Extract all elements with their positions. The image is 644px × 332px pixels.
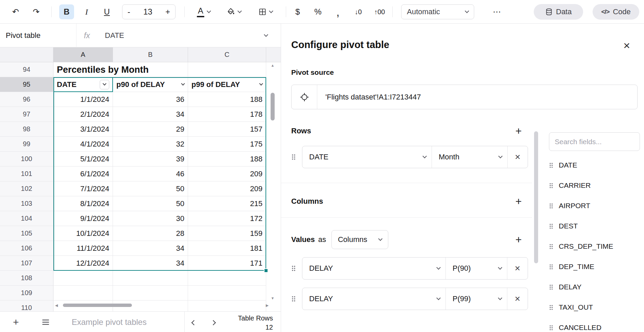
table-rows-indicator[interactable]: Table Rows 12	[238, 314, 273, 332]
scroll-down-arrow[interactable]: ▼	[270, 295, 276, 301]
cell-c94[interactable]	[188, 62, 266, 77]
drag-handle-icon[interactable]	[549, 162, 553, 169]
column-header-b[interactable]: B	[113, 47, 188, 62]
cell[interactable]: 1/1/2024	[53, 92, 113, 107]
drag-handle-icon[interactable]	[549, 223, 553, 229]
cell[interactable]	[53, 271, 113, 286]
chevron-down-icon[interactable]	[259, 82, 263, 85]
field-list-item[interactable]: DEP_TIME	[549, 260, 644, 273]
cell[interactable]: 178	[188, 107, 266, 122]
fill-color-button[interactable]	[222, 4, 247, 19]
drag-handle-icon[interactable]	[549, 304, 553, 311]
select-range-button[interactable]	[292, 85, 317, 109]
cell[interactable]: 188	[188, 92, 266, 107]
italic-button[interactable]: I	[79, 4, 94, 19]
sheet-menu-button[interactable]	[39, 316, 52, 329]
cell-b95[interactable]: p90 of DELAY	[113, 77, 188, 92]
cell[interactable]: 188	[188, 152, 266, 167]
row-header[interactable]: 94	[0, 62, 53, 77]
cell[interactable]: 29	[113, 122, 188, 137]
expand-formula-chevron[interactable]	[264, 32, 268, 37]
drag-handle-icon[interactable]	[549, 243, 553, 250]
add-value-field-button[interactable]: +	[512, 234, 525, 246]
field-list-item[interactable]: DELAY	[549, 280, 644, 294]
more-formats-button[interactable]: ⋯	[489, 4, 504, 19]
column-header-a[interactable]: A	[53, 47, 113, 62]
remove-value-field-button[interactable]: ×	[507, 258, 528, 279]
remove-value-field-button[interactable]: ×	[507, 288, 528, 310]
prev-button[interactable]	[189, 318, 199, 327]
row-header[interactable]: 110	[0, 301, 53, 311]
cell[interactable]: 28	[113, 226, 188, 241]
scroll-right-arrow[interactable]: ▶	[264, 302, 270, 309]
row-header[interactable]: 101	[0, 167, 53, 181]
cell[interactable]	[188, 271, 266, 286]
row-header[interactable]: 106	[0, 241, 53, 256]
row-header[interactable]: 105	[0, 226, 53, 241]
cell-a95[interactable]: DATE	[53, 77, 113, 92]
drag-handle-icon[interactable]	[549, 284, 553, 290]
values-mode-dropdown[interactable]: Columns	[331, 230, 388, 249]
row-header[interactable]: 95	[0, 77, 53, 92]
row-header[interactable]: 104	[0, 211, 53, 226]
value-field-dropdown[interactable]: DELAY	[302, 288, 445, 310]
cell[interactable]: 30	[113, 211, 188, 226]
cell[interactable]: 50	[113, 181, 188, 196]
panel-scrollbar-thumb[interactable]	[534, 131, 538, 263]
row-header[interactable]: 96	[0, 92, 53, 107]
cell[interactable]: 157	[188, 122, 266, 137]
cell[interactable]: 34	[113, 256, 188, 271]
row-header[interactable]: 109	[0, 286, 53, 301]
value-agg-dropdown[interactable]: P(99)	[445, 288, 507, 310]
remove-row-field-button[interactable]: ×	[507, 146, 528, 168]
column-header-c[interactable]: C	[188, 47, 266, 62]
cell[interactable]: 209	[188, 181, 266, 196]
field-list-item[interactable]: CRS_DEP_TIME	[549, 240, 644, 253]
row-group-dropdown[interactable]: Month	[432, 146, 507, 168]
data-button[interactable]: Data	[534, 4, 583, 20]
row-header[interactable]: 103	[0, 196, 53, 211]
drag-handle-icon[interactable]	[549, 325, 553, 331]
code-button[interactable]: </> Code	[593, 4, 639, 20]
cell[interactable]	[113, 271, 188, 286]
drag-handle-icon[interactable]	[549, 182, 553, 189]
drag-handle-icon[interactable]	[549, 264, 553, 270]
scroll-up-arrow[interactable]: ▲	[270, 62, 276, 68]
field-list-item[interactable]: TAXI_OUT	[549, 301, 644, 314]
row-header[interactable]: 98	[0, 122, 53, 137]
next-button[interactable]	[208, 318, 218, 327]
field-list-item[interactable]: CARRIER	[549, 179, 644, 192]
horizontal-scrollbar[interactable]: ◀ ▶	[53, 302, 270, 309]
increase-font-size-button[interactable]: +	[165, 7, 170, 17]
column-filter-button[interactable]	[100, 80, 109, 89]
cell[interactable]: 6/1/2024	[53, 167, 113, 181]
fill-handle[interactable]	[264, 268, 268, 273]
drag-handle-icon[interactable]	[549, 203, 553, 209]
cell[interactable]: 5/1/2024	[53, 152, 113, 167]
add-sheet-button[interactable]: +	[9, 316, 22, 329]
row-header[interactable]: 97	[0, 107, 53, 122]
row-field-dropdown[interactable]: DATE	[302, 146, 432, 168]
cell[interactable]: 209	[188, 167, 266, 181]
underline-button[interactable]: U	[99, 4, 114, 19]
cell[interactable]: 34	[113, 107, 188, 122]
undo-button[interactable]: ↶	[8, 4, 23, 19]
cell[interactable]: 171	[188, 256, 266, 271]
vertical-scrollbar[interactable]: ▲ ▼	[270, 62, 276, 301]
cell[interactable]	[113, 286, 188, 301]
increase-decimals-button[interactable]: ↑00	[371, 4, 388, 19]
cell[interactable]: 12/1/2024	[53, 256, 113, 271]
drag-handle-icon[interactable]	[291, 295, 296, 302]
sheet-tab[interactable]: Example pivot tables	[72, 312, 146, 332]
close-panel-button[interactable]: ×	[619, 38, 634, 53]
drag-handle-icon[interactable]	[291, 154, 296, 160]
cell[interactable]: 32	[113, 137, 188, 152]
cell[interactable]: 11/1/2024	[53, 241, 113, 256]
cell[interactable]: 3/1/2024	[53, 122, 113, 137]
decrease-decimals-button[interactable]: ↓0	[351, 4, 366, 19]
add-column-field-button[interactable]: +	[512, 195, 525, 207]
cell[interactable]: 50	[113, 196, 188, 211]
borders-button[interactable]	[253, 4, 278, 19]
value-field-dropdown[interactable]: DELAY	[302, 258, 445, 279]
row-header[interactable]: 107	[0, 256, 53, 271]
